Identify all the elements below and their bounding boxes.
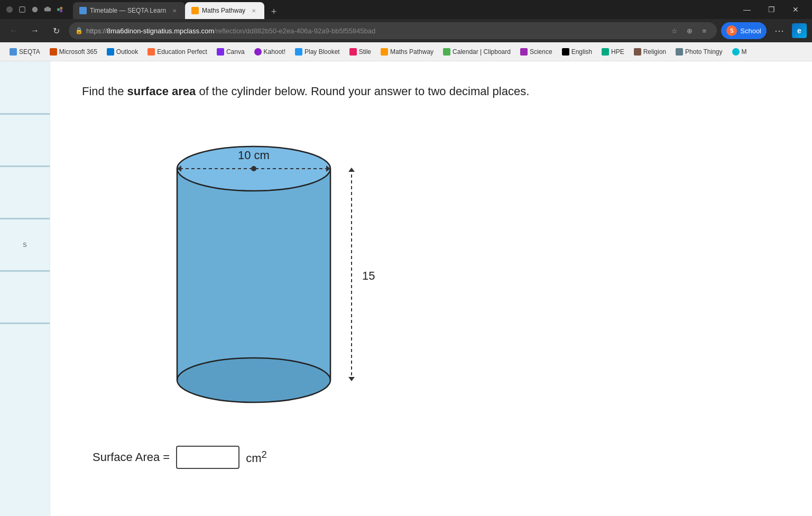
circles-icon: [55, 4, 66, 15]
bookmark-ms365[interactable]: Microsoft 365: [45, 46, 102, 58]
profile-avatar: S: [726, 25, 737, 36]
favicon-science: [520, 48, 528, 56]
star-button[interactable]: ☆: [668, 24, 681, 37]
lock-icon: 🔒: [75, 27, 83, 34]
favicon-ms365: [50, 48, 57, 56]
favicon-canva: [217, 48, 224, 56]
bookmark-outlook[interactable]: Outlook: [103, 46, 142, 58]
bookmark-calendar[interactable]: Calendar | Clipboard: [439, 46, 515, 58]
sidebar-section-2: [0, 119, 50, 161]
address-bar: ← → ↻ 🔒 https://8ma6dinon-stignatius.mpc…: [0, 19, 812, 42]
maximize-button[interactable]: ❐: [759, 1, 783, 18]
new-tab-button[interactable]: +: [266, 4, 281, 19]
bookmark-kahoot[interactable]: Kahoot!: [250, 46, 290, 58]
bookmark-canva[interactable]: Canva: [213, 46, 249, 58]
bookmark-hpe[interactable]: HPE: [597, 46, 629, 58]
cylinder-body: [177, 169, 330, 380]
favicon-stile: [349, 48, 357, 56]
tab-label-timetable: Timetable — SEQTA Learn: [90, 7, 166, 14]
bookmark-stile[interactable]: Stile: [345, 46, 375, 58]
bookmark-label-hpe: HPE: [611, 48, 624, 56]
page-layout: S Find the surface area of the cylinder …: [0, 61, 812, 516]
bookmark-maths[interactable]: Maths Pathway: [376, 46, 438, 58]
browser-frame: Timetable — SEQTA Learn ✕ Maths Pathway …: [0, 0, 812, 61]
bookmark-label-seqta: SEQTA: [19, 48, 40, 56]
favicon-edperfect: [147, 48, 155, 56]
tab-label-maths: Maths Pathway: [202, 7, 245, 14]
tabs-area: Timetable — SEQTA Learn ✕ Maths Pathway …: [73, 0, 732, 19]
cylinder-bottom: [177, 358, 330, 402]
more-button[interactable]: ⋯: [771, 22, 788, 39]
cylinder-container: 10 cm 15 cm: [93, 121, 378, 417]
tab-close-maths[interactable]: ✕: [250, 6, 258, 15]
url-bar[interactable]: 🔒 https://8ma6dinon-stignatius.mpclass.c…: [69, 22, 717, 39]
back-button[interactable]: ←: [5, 22, 22, 39]
bookmark-label-canva: Canva: [226, 48, 245, 56]
svg-rect-1: [20, 7, 25, 13]
tab-close-timetable[interactable]: ✕: [170, 6, 179, 15]
favicon-english: [562, 48, 569, 56]
url-text: https://8ma6dinon-stignatius.mpclass.com…: [86, 27, 665, 35]
tab-favicon-timetable: [79, 7, 87, 14]
browser-icon2: [30, 4, 40, 15]
favicon-photo: [676, 48, 683, 56]
bookmark-label-blooket: Play Blooket: [304, 48, 340, 56]
favicon-m: [732, 48, 740, 56]
url-path: /reflection/dd882b50-e2ea-406a-92a9-bb5f…: [214, 27, 375, 35]
url-bar-actions: ☆ ⊕ ≡: [668, 24, 710, 37]
sidebar-section-5: [0, 276, 50, 318]
bookmark-label-english: English: [571, 48, 592, 56]
browser-icon: [4, 4, 15, 15]
reader-button[interactable]: ≡: [698, 24, 710, 37]
favicon-blooket: [295, 48, 302, 56]
cylinder-svg: 10 cm 15 cm: [93, 121, 378, 417]
refresh-button[interactable]: ↻: [48, 22, 64, 39]
answer-input[interactable]: [176, 446, 239, 469]
question-text: Find the surface area of the cylinder be…: [82, 82, 780, 100]
answer-row: Surface Area = cm2: [93, 446, 780, 469]
sidebar-label: S: [23, 242, 26, 248]
question-bold: surface area: [127, 85, 196, 98]
tab-timetable[interactable]: Timetable — SEQTA Learn ✕: [73, 2, 185, 19]
favicon-religion: [634, 48, 641, 56]
bookmark-label-calendar: Calendar | Clipboard: [453, 48, 511, 56]
center-dot: [251, 166, 256, 171]
diameter-label: 10 cm: [238, 149, 270, 162]
sidebar-divider-2: [0, 165, 50, 167]
bookmark-label-outlook: Outlook: [116, 48, 138, 56]
forward-button[interactable]: →: [26, 22, 43, 39]
bookmark-photo[interactable]: Photo Thingy: [671, 46, 727, 58]
bookmark-blooket[interactable]: Play Blooket: [291, 46, 344, 58]
bookmark-label-edperfect: Education Perfect: [157, 48, 207, 56]
bookmark-label-ms365: Microsoft 365: [59, 48, 97, 56]
bookmark-m[interactable]: M: [728, 46, 751, 58]
tab-maths[interactable]: Maths Pathway ✕: [185, 2, 264, 19]
collections-button[interactable]: ⊕: [683, 24, 696, 37]
url-domain: 8ma6dinon-stignatius.mpclass.com: [107, 27, 214, 35]
sidebar-divider-1: [0, 113, 50, 115]
svg-point-5: [57, 8, 60, 11]
bookmark-science[interactable]: Science: [516, 46, 557, 58]
window-controls: — ❐ ✕: [735, 1, 808, 18]
bookmark-seqta[interactable]: SEQTA: [5, 46, 44, 58]
bookmark-edperfect[interactable]: Education Perfect: [143, 46, 211, 58]
profile-label: School: [740, 27, 761, 35]
minimize-button[interactable]: —: [735, 1, 759, 18]
bookmark-label-stile: Stile: [359, 48, 371, 56]
favicon-seqta: [10, 48, 17, 56]
height-arrow-bottom: [348, 377, 355, 381]
favicon-maths: [381, 48, 388, 56]
svg-point-7: [60, 10, 62, 12]
svg-point-6: [60, 7, 62, 10]
bookmark-label-kahoot: Kahoot!: [264, 48, 285, 56]
favicon-hpe: [602, 48, 609, 56]
svg-point-2: [32, 7, 38, 13]
bookmarks-bar: SEQTA Microsoft 365 Outlook Education Pe…: [0, 42, 812, 61]
svg-rect-4: [46, 7, 49, 9]
profile-button[interactable]: S School: [721, 22, 767, 39]
close-button[interactable]: ✕: [783, 1, 808, 18]
bookmark-english[interactable]: English: [558, 46, 596, 58]
main-content: Find the surface area of the cylinder be…: [50, 61, 812, 516]
bookmark-religion[interactable]: Religion: [630, 46, 670, 58]
height-label: 15 cm: [362, 269, 378, 282]
